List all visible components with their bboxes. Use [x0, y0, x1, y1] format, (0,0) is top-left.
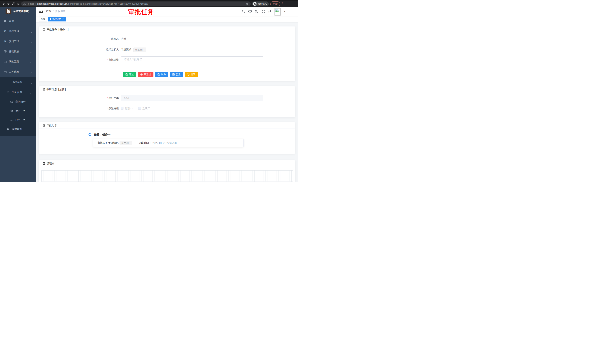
undo-icon: [187, 73, 190, 76]
user-icon: [7, 128, 9, 131]
sidebar-item-label: 已办任务: [15, 118, 26, 122]
sidebar-item-home[interactable]: 首页: [0, 16, 36, 26]
sidebar-item-infra[interactable]: 基础设施: [0, 46, 36, 57]
font-size-icon[interactable]: TT: [268, 10, 272, 13]
face-icon: [10, 101, 13, 103]
checkbox-option-1: ✓ 选项一: [121, 107, 133, 110]
approver-group: 审批人：芋道源码 研发部门: [97, 141, 132, 145]
breadcrumb-home[interactable]: 首页: [46, 10, 51, 13]
timeline-item-head: 任务：任务一: [89, 133, 295, 136]
approval-records-card: 审批记录 任务：任务一 审批人：芋道源码 研发部门: [39, 122, 295, 154]
approve-button[interactable]: 通过: [123, 72, 136, 77]
process-diagram-card: 流程图: [39, 160, 295, 182]
document-icon: [43, 88, 45, 91]
monitor-icon: [4, 50, 7, 53]
sidebar-item-label: 支付管理: [9, 40, 19, 43]
sidebar-item-devtools[interactable]: 研发工具: [0, 57, 36, 67]
github-icon[interactable]: [248, 9, 252, 13]
record-card: 审批人：芋道源码 研发部门 创建时间： 2022-01-21 22:35:08: [93, 139, 244, 147]
checkbox-unchecked-icon: [138, 107, 141, 110]
breadcrumb-current: 流程详情: [55, 10, 66, 13]
tag-process-detail[interactable]: 流程详情: [48, 17, 66, 22]
sidebar-item-label: 流程管理: [12, 80, 22, 84]
sidebar-item-label: 系统管理: [9, 29, 19, 33]
app-logo-row[interactable]: 芋道管理系统: [0, 7, 36, 16]
yen-icon: ¥: [4, 40, 7, 43]
card-header: 申请信息【滔博】: [39, 86, 295, 93]
active-dot: [50, 18, 51, 20]
tag-label: 流程详情: [52, 17, 61, 21]
browser-update-button[interactable]: 更新: [270, 1, 280, 6]
timeline: 任务：任务一 审批人：芋道源码 研发部门 创建时间： 2022-01-21 22…: [39, 129, 295, 154]
fullscreen-icon[interactable]: [261, 9, 265, 13]
process-name-row: 流程名 滔博: [39, 37, 295, 41]
action-buttons: 通过 不通过 转办 委: [39, 72, 295, 81]
search-icon[interactable]: [242, 9, 245, 13]
tree-icon: [7, 91, 9, 94]
delegate-button[interactable]: 委派: [170, 72, 183, 77]
sidebar-item-label: 研发工具: [9, 60, 19, 63]
security-warning-icon[interactable]: [23, 3, 26, 5]
sidebar: 芋道管理系统 首页 ⚙ 系统管理 ¥ 支付管理: [0, 7, 36, 182]
single-line-text-input: [121, 95, 263, 101]
sidebar-item-my-process[interactable]: 我的流程: [0, 97, 36, 106]
tag-home[interactable]: 首页: [39, 17, 47, 22]
address-bar[interactable]: 不安全 dashboard.yudao.iocoder.cn/bpm/proce…: [21, 1, 251, 6]
bpmn-canvas[interactable]: [41, 170, 293, 182]
field-label: 流程名: [39, 37, 119, 41]
circle-close-icon: [140, 73, 143, 76]
dept-tag: 研发部门: [119, 141, 132, 145]
sidebar-collapse-icon[interactable]: [39, 10, 43, 13]
card-title: 流程图: [47, 162, 54, 165]
dept-tag: 研发部门: [134, 48, 146, 52]
field-label-required: 多选框组: [39, 107, 119, 110]
avatar[interactable]: [275, 8, 281, 15]
url-text[interactable]: dashboard.yudao.iocoder.cn/bpm/process-i…: [37, 2, 244, 5]
sidebar-item-payment[interactable]: ¥ 支付管理: [0, 36, 36, 46]
field-label-required: 审批建议: [39, 56, 119, 63]
broken-image-icon: [275, 9, 279, 13]
forward-icon[interactable]: [7, 2, 10, 6]
initiator-name: 芋道源码: [121, 48, 131, 51]
edit-icon: [126, 73, 128, 76]
approver-name: 芋道源码: [108, 141, 119, 145]
return-button[interactable]: 退回: [185, 72, 198, 77]
checkbox-label: 选项二: [142, 107, 150, 110]
breadcrumb: 首页 / 流程详情: [46, 10, 66, 13]
back-icon[interactable]: [2, 2, 5, 6]
opinion-textarea[interactable]: [121, 56, 263, 67]
transfer-button[interactable]: 转办: [155, 72, 168, 77]
navbar-tools: TT ▼: [242, 7, 295, 15]
help-icon[interactable]: [255, 9, 259, 13]
field-label-required: 单行文本: [39, 95, 119, 101]
picture-icon: [43, 124, 45, 127]
home-icon[interactable]: [16, 2, 20, 6]
reject-button[interactable]: 不通过: [138, 72, 153, 77]
sidebar-item-todo-tasks[interactable]: 待办任务: [0, 106, 36, 116]
sidebar-item-workflow[interactable]: 工作流程: [0, 67, 36, 77]
chevron-down-icon: [30, 30, 32, 34]
sidebar-item-label: 我的流程: [15, 100, 26, 104]
close-icon[interactable]: [63, 18, 64, 20]
sidebar-item-process-mgmt[interactable]: 流程管理: [0, 77, 36, 87]
process-name-value: 滔博: [121, 37, 126, 41]
checkbox-label: 选项一: [125, 107, 133, 110]
tags-view: 首页 流程详情: [36, 16, 298, 22]
chevron-up-icon: [30, 92, 32, 95]
checkbox-group-row: 多选框组 ✓ 选项一 选项二: [39, 107, 295, 117]
chevron-down-icon: [30, 41, 32, 44]
sidebar-item-task-mgmt[interactable]: 任务管理: [0, 87, 36, 97]
bookmark-star-icon[interactable]: [246, 2, 248, 5]
reload-icon[interactable]: [11, 2, 15, 6]
approval-task-card: 审批任务【任务一】 流程名 滔博 流程发起人 芋道源码 研发部门: [39, 26, 295, 81]
avatar-caret-icon[interactable]: ▼: [284, 10, 286, 12]
card-header: 审批记录: [39, 122, 295, 129]
browser-menu-icon[interactable]: [282, 2, 284, 5]
list-icon: [7, 81, 9, 84]
sidebar-item-leave-query[interactable]: 请假查询: [0, 124, 36, 134]
security-label[interactable]: 不安全: [27, 2, 34, 5]
card-title: 申请信息【滔博】: [46, 88, 67, 91]
sidebar-item-system[interactable]: ⚙ 系统管理: [0, 26, 36, 36]
sidebar-item-done-tasks[interactable]: 已办任务: [0, 116, 36, 124]
checkbox-checked-icon: ✓: [121, 107, 123, 110]
